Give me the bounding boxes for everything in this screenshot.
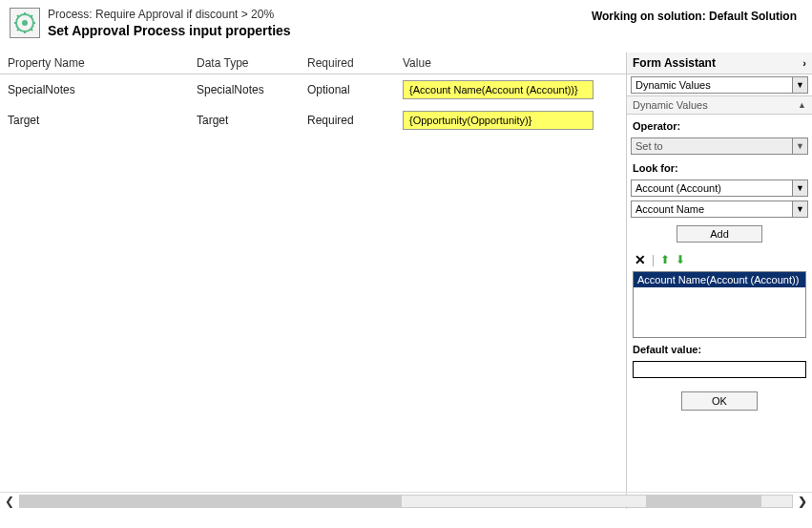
dynamic-values-section[interactable]: Dynamic Values ▲ [627, 95, 812, 115]
default-value-label: Default value: [633, 344, 806, 355]
dropdown-icon[interactable]: ▼ [792, 77, 807, 93]
table-row[interactable]: SpecialNotes SpecialNotes Optional {Acco… [0, 74, 626, 105]
scroll-right-icon[interactable]: ❯ [793, 495, 812, 508]
sidebar-scrollbar[interactable]: ❮ ❯ [627, 492, 812, 509]
lookfor-attribute-select[interactable]: Account Name ▼ [631, 201, 808, 218]
dropdown-icon[interactable]: ▼ [792, 138, 807, 154]
move-down-icon[interactable]: ⬇ [676, 253, 685, 266]
selected-values-list[interactable]: Account Name(Account (Account)) [633, 271, 806, 338]
svg-point-1 [22, 20, 28, 26]
operator-label: Operator: [633, 120, 806, 132]
scroll-left-icon[interactable]: ❮ [0, 495, 19, 508]
page-title: Set Approval Process input properties [48, 23, 592, 38]
separator: | [652, 253, 655, 266]
lookfor-label: Look for: [633, 162, 806, 174]
col-data-type: Data Type [197, 56, 307, 70]
prop-type: Target [197, 114, 307, 127]
dynamic-values-select[interactable]: Dynamic Values ▼ [631, 76, 808, 94]
operator-select[interactable]: Set to ▼ [631, 137, 808, 155]
prop-value-input[interactable]: {Opportunity(Opportunity)} [403, 111, 593, 130]
dropdown-icon[interactable]: ▼ [792, 180, 807, 196]
ok-button[interactable]: OK [681, 391, 758, 411]
table-row[interactable]: Target Target Required {Opportunity(Oppo… [0, 105, 626, 136]
form-assistant-header[interactable]: Form Assistant › [627, 53, 812, 74]
prop-type: SpecialNotes [197, 83, 307, 96]
col-required: Required [307, 56, 403, 70]
default-value-input[interactable] [633, 361, 806, 378]
lookfor-entity-select[interactable]: Account (Account) ▼ [631, 180, 808, 197]
prop-value-input[interactable]: {Account Name(Account (Account))} [403, 80, 593, 99]
col-value: Value [403, 56, 626, 70]
add-button[interactable]: Add [677, 225, 762, 243]
prop-name: SpecialNotes [0, 83, 197, 96]
dropdown-icon[interactable]: ▼ [792, 201, 807, 217]
working-solution: Working on solution: Default Solution [592, 8, 802, 23]
process-gear-icon [10, 8, 40, 38]
chevron-right-icon: › [802, 57, 806, 69]
list-item[interactable]: Account Name(Account (Account)) [634, 272, 805, 287]
prop-required: Optional [307, 83, 403, 96]
col-property-name: Property Name [0, 56, 197, 70]
prop-name: Target [0, 114, 197, 127]
form-assistant-title: Form Assistant [633, 56, 716, 70]
prop-required: Required [307, 114, 403, 127]
delete-icon[interactable]: ✕ [635, 252, 646, 267]
process-line: Process: Require Approval if discount > … [48, 8, 592, 21]
move-up-icon[interactable]: ⬆ [660, 253, 670, 266]
property-table-header: Property Name Data Type Required Value [0, 53, 626, 74]
collapse-icon: ▲ [798, 100, 806, 110]
